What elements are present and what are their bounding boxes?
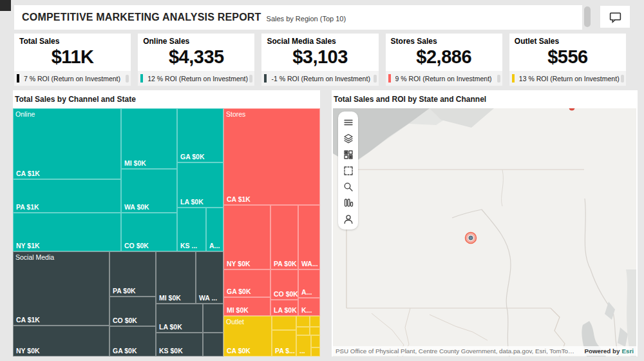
kpi-card-body: Total Sales$11K <box>14 34 131 71</box>
roi-accent-bar <box>140 74 143 83</box>
treemap-cell[interactable]: A... <box>206 208 223 251</box>
treemap-cell[interactable] <box>311 335 320 347</box>
treemap-cell[interactable] <box>310 316 320 327</box>
treemap-cell[interactable] <box>203 304 223 333</box>
roi-scrollbar[interactable] <box>249 75 252 83</box>
basemap-icon <box>343 149 354 161</box>
kpi-card-title: Social Media Sales <box>267 37 373 46</box>
esri-link[interactable]: Esri <box>621 347 634 355</box>
treemap-cell[interactable]: LA $0K <box>156 304 203 333</box>
treemap-cell[interactable]: NY $0K <box>13 326 109 356</box>
map-visual[interactable]: PSU Office of Physical Plant, Centre Cou… <box>333 108 636 356</box>
search-icon <box>343 181 354 193</box>
treemap-cell[interactable]: CA $0K <box>223 316 272 356</box>
treemap-cell[interactable]: NY $1K <box>13 213 121 251</box>
treemap-panel: Total Sales by Channel and State CA $1KP… <box>13 90 320 356</box>
treemap-cell[interactable]: CA $1K <box>13 108 121 179</box>
treemap-cell-label: PA $... <box>275 347 295 355</box>
map-data-marker[interactable] <box>463 230 478 246</box>
map-toolbar-layers-button[interactable] <box>338 130 358 146</box>
map-toolbar-search-button[interactable] <box>338 179 358 195</box>
treemap-cell-label: A... <box>209 242 220 249</box>
treemap-cell-label: PA $0K <box>113 287 136 295</box>
treemap-cell[interactable] <box>203 333 223 356</box>
treemap-cell[interactable] <box>296 316 310 327</box>
kpi-card-title: Online Sales <box>143 37 249 46</box>
treemap-cell[interactable]: MI $0K <box>121 108 177 169</box>
treemap-cell[interactable]: KS $0K <box>156 333 203 356</box>
treemap-cell[interactable]: WA... <box>298 205 320 269</box>
treemap-cell[interactable] <box>310 327 320 335</box>
treemap-cell[interactable]: WA $0K <box>121 169 177 213</box>
treemap-cell[interactable]: WA ... <box>196 251 223 304</box>
treemap-cell[interactable]: MI $0K <box>223 297 270 316</box>
treemap-cell-label: CO $0K <box>274 290 298 298</box>
roi-accent-bar <box>264 74 267 83</box>
treemap-cell[interactable]: GA $0K <box>223 269 270 297</box>
kpi-roi-strip: 9 % ROI (Return on Investment) <box>386 71 502 86</box>
kpi-card-outlet-sales[interactable]: Outlet Sales$55613 % ROI (Return on Inve… <box>509 34 626 86</box>
treemap-cell-label: ... <box>299 347 305 355</box>
map-toolbar-bars-button[interactable] <box>338 195 358 211</box>
extent-icon <box>343 165 354 177</box>
report-header: COMPETITIVE MARKETING ANALYSIS REPORT Sa… <box>14 5 582 30</box>
treemap-cell[interactable]: CO $0K <box>109 297 156 326</box>
treemap-cell[interactable]: PA $0K <box>109 251 156 297</box>
map-toolbar-menu-button[interactable] <box>338 114 358 130</box>
treemap-cell[interactable] <box>296 327 310 335</box>
treemap-cell[interactable] <box>311 347 320 356</box>
treemap-cell[interactable]: NY $0K <box>223 205 270 269</box>
map-toolbar-basemap-button[interactable] <box>338 146 358 162</box>
kpi-card-social-media-sales[interactable]: Social Media Sales$3,103-1 % ROI (Return… <box>261 34 378 86</box>
treemap-chart[interactable]: CA $1KPA $1KNY $1KMI $0KWA $0KCO $0KGA $… <box>13 108 320 356</box>
roi-scrollbar[interactable] <box>497 75 500 83</box>
treemap-cell-label: KS ... <box>180 242 197 249</box>
treemap-cell-label: K... <box>301 306 312 314</box>
treemap-cell-label: MI $0K <box>159 294 181 302</box>
treemap-cell[interactable]: KS ... <box>177 208 206 251</box>
kpi-card-online-sales[interactable]: Online Sales$4,33512 % ROI (Return on In… <box>138 34 254 86</box>
comment-button[interactable] <box>600 6 630 28</box>
roi-text: 12 % ROI (Return on Investment) <box>147 75 248 83</box>
treemap-cell[interactable]: CA $1K <box>223 108 320 205</box>
treemap-cell[interactable]: GA $0K <box>109 326 156 356</box>
treemap-cell[interactable]: K... <box>298 298 320 316</box>
kpi-card-value: $556 <box>515 46 621 68</box>
roi-scrollbar[interactable] <box>621 75 624 83</box>
corner-accent <box>0 0 11 11</box>
treemap-cell[interactable]: CA $1K <box>13 251 109 326</box>
kpi-card-value: $2,886 <box>391 46 497 68</box>
treemap-cell[interactable]: A... <box>298 269 320 298</box>
kpi-roi-strip: -1 % ROI (Return on Investment) <box>261 71 378 86</box>
kpi-card-total-sales[interactable]: Total Sales$11K7 % ROI (Return on Invest… <box>14 34 131 86</box>
menu-icon <box>343 117 354 128</box>
kpi-card-stores-sales[interactable]: Stores Sales$2,8869 % ROI (Return on Inv… <box>386 34 502 86</box>
treemap-cell[interactable]: MI $0K <box>156 251 196 304</box>
treemap-cell-label: CA $1K <box>16 170 40 177</box>
treemap-cell[interactable]: ... <box>296 335 311 356</box>
map-canvas[interactable] <box>333 108 636 356</box>
treemap-cell[interactable]: LA $0K <box>270 300 298 316</box>
treemap-cell-label: KS $0K <box>159 347 183 355</box>
treemap-cell[interactable]: CO $0K <box>121 213 177 251</box>
treemap-cell[interactable]: LA $0K <box>177 162 223 208</box>
treemap-cell[interactable]: PA $1K <box>13 179 121 213</box>
treemap-cell[interactable]: PA $0K <box>270 205 298 269</box>
page-title: COMPETITIVE MARKETING ANALYSIS REPORT <box>22 12 261 23</box>
treemap-cell-label: MI $0K <box>227 306 249 314</box>
attribution-text: PSU Office of Physical Plant, Centre Cou… <box>336 347 578 355</box>
treemap-cell[interactable]: CO $0K <box>270 269 298 300</box>
roi-accent-bar <box>17 74 19 83</box>
roi-scrollbar[interactable] <box>126 75 129 83</box>
treemap-cell-label: CA $0K <box>227 347 251 355</box>
treemap-cell[interactable] <box>272 316 296 330</box>
treemap-cell[interactable]: PA $... <box>272 330 296 356</box>
map-toolbar-user-button[interactable] <box>338 211 358 227</box>
treemap-cell[interactable]: GA $0K <box>177 108 223 162</box>
header-scrollbar[interactable] <box>584 6 591 27</box>
map-toolbar <box>338 112 358 229</box>
roi-scrollbar[interactable] <box>374 75 377 83</box>
kpi-card-body: Social Media Sales$3,103 <box>261 34 378 71</box>
map-toolbar-extent-button[interactable] <box>338 162 358 179</box>
treemap-cell-label: CO $0K <box>113 317 137 324</box>
